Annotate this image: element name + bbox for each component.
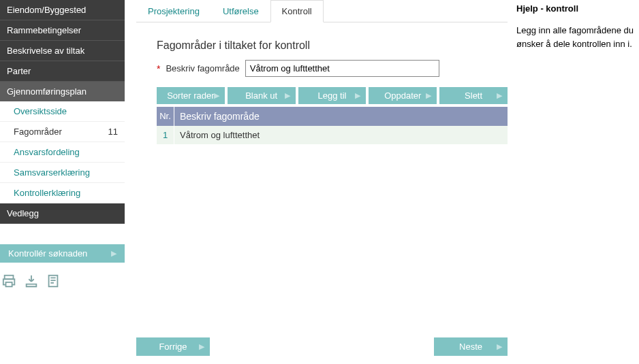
main-content: Fagområder i tiltaket for kontroll * Bes…	[136, 22, 508, 144]
chevron-right-icon: ▶	[426, 91, 431, 100]
update-button[interactable]: Oppdater▶	[369, 87, 437, 104]
delete-button[interactable]: Slett▶	[439, 87, 508, 104]
action-row: Sorter rader▶ Blank ut▶ Legg til▶ Oppdat…	[157, 87, 508, 104]
nav-samsvarserklaering[interactable]: Samsvarserklæring	[0, 163, 125, 183]
nav-rammebetingelser[interactable]: Rammebetingelser	[0, 20, 125, 41]
help-title: Hjelp - kontroll	[516, 3, 636, 14]
button-label: Legg til	[318, 90, 347, 101]
help-panel: Hjelp - kontroll Legg inn alle fagområde…	[516, 3, 636, 50]
print-icon[interactable]	[1, 273, 18, 289]
nav-beskrivelse[interactable]: Beskrivelse av tiltak	[0, 41, 125, 61]
svg-rect-2	[6, 282, 12, 286]
button-label: Blank ut	[245, 90, 277, 101]
header-nr: Nr.	[157, 107, 174, 126]
header-desc: Beskriv fagområde	[174, 107, 508, 126]
chevron-right-icon: ▶	[497, 342, 502, 351]
clear-button[interactable]: Blank ut▶	[228, 87, 296, 104]
page-heading: Fagområder i tiltaket for kontroll	[157, 39, 508, 52]
table-row[interactable]: 1 Våtrom og lufttetthet	[157, 126, 508, 144]
cell-desc: Våtrom og lufttetthet	[174, 126, 508, 144]
check-application-button[interactable]: Kontrollér søknaden ▶	[0, 244, 125, 263]
field-label: Beskriv fagområde	[166, 63, 239, 73]
button-label: Slett	[465, 90, 482, 101]
button-label: Forrige	[159, 342, 187, 352]
help-text: Legg inn alle fagområdene du ønsker å de…	[516, 24, 636, 50]
chevron-right-icon: ▶	[285, 91, 290, 100]
add-button[interactable]: Legg til▶	[298, 87, 367, 104]
button-label: Sorter rader	[167, 90, 214, 101]
sort-rows-button[interactable]: Sorter rader▶	[157, 87, 225, 104]
footer-nav: Forrige▶ Neste▶	[136, 337, 508, 356]
chevron-right-icon: ▶	[111, 249, 116, 258]
cell-nr: 1	[157, 126, 174, 144]
nav-label: Ansvarsfordeling	[14, 147, 80, 157]
button-label: Neste	[459, 342, 482, 352]
nav-oversiktsside[interactable]: Oversiktsside	[0, 101, 125, 122]
nav-label: Oversiktsside	[14, 106, 67, 116]
form-row: * Beskriv fagområde	[157, 60, 508, 77]
table-header: Nr. Beskriv fagområde	[157, 107, 508, 126]
receipt-icon[interactable]	[45, 273, 61, 289]
nav-label: Samsvarserklæring	[14, 167, 90, 178]
nav-label: Kontrollerklæring	[14, 188, 80, 198]
next-button[interactable]: Neste▶	[434, 337, 508, 356]
sidebar: Eiendom/Byggested Rammebetingelser Beskr…	[0, 0, 125, 289]
nav-parter[interactable]: Parter	[0, 61, 125, 82]
nav-kontrollerklaering[interactable]: Kontrollerklæring	[0, 183, 125, 203]
nav-badge: 11	[108, 127, 118, 137]
tabs: Prosjektering Utførelse Kontroll	[136, 0, 508, 22]
prev-button[interactable]: Forrige▶	[136, 337, 210, 356]
tab-utforelse[interactable]: Utførelse	[211, 0, 270, 22]
icon-toolbar	[0, 273, 125, 289]
chevron-right-icon: ▶	[214, 91, 219, 100]
tab-kontroll[interactable]: Kontroll	[270, 0, 324, 22]
fagomrade-input[interactable]	[245, 60, 439, 77]
chevron-right-icon: ▶	[355, 91, 360, 100]
button-label: Kontrollér søknaden	[8, 248, 87, 259]
button-label: Oppdater	[384, 90, 421, 101]
nav-eiendom[interactable]: Eiendom/Byggested	[0, 0, 125, 20]
nav-vedlegg[interactable]: Vedlegg	[0, 203, 125, 224]
download-icon[interactable]	[23, 273, 40, 289]
nav-label: Fagområder	[14, 127, 62, 137]
chevron-right-icon: ▶	[199, 342, 204, 351]
required-marker: *	[157, 63, 160, 74]
tab-prosjektering[interactable]: Prosjektering	[136, 0, 211, 22]
nav-gjennomforingsplan[interactable]: Gjennomføringsplan	[0, 82, 125, 101]
nav-ansvarsfordeling[interactable]: Ansvarsfordeling	[0, 142, 125, 163]
nav-fagomrader[interactable]: Fagområder 11	[0, 122, 125, 142]
chevron-right-icon: ▶	[497, 91, 502, 100]
main-area: Prosjektering Utførelse Kontroll Fagområ…	[136, 0, 508, 144]
